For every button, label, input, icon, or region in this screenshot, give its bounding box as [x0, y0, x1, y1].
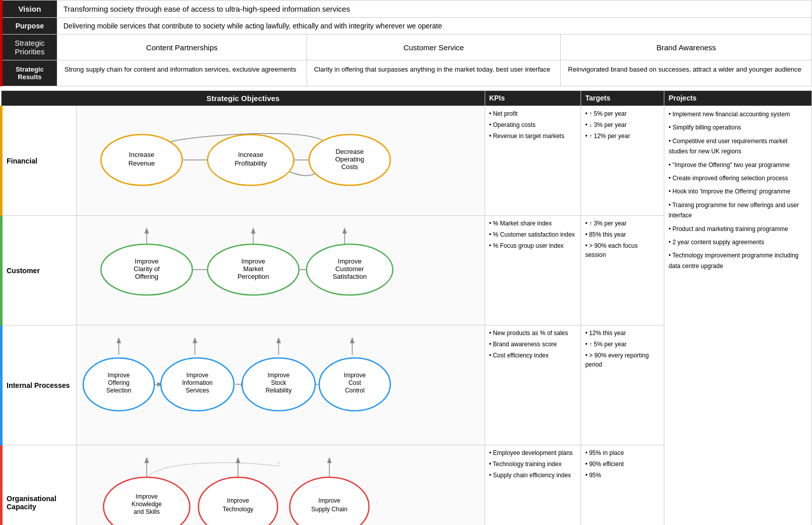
priority-3: Brand Awareness [561, 35, 812, 60]
svg-text:Improve: Improve [134, 257, 158, 265]
result-2: Clarity in offering that surpasses anyth… [307, 60, 561, 86]
priority-2: Customer Service [307, 35, 561, 60]
svg-text:Market: Market [243, 265, 263, 273]
purpose-label: Purpose [2, 18, 57, 35]
svg-text:Improve: Improve [267, 372, 290, 379]
svg-text:Improve: Improve [227, 497, 249, 504]
svg-text:Improve: Improve [318, 497, 341, 504]
svg-text:Satisfaction: Satisfaction [332, 273, 366, 280]
financial-map: Increase Revenue Increase Profitability … [81, 109, 395, 211]
purpose-text: Delivering mobile services that contribu… [57, 18, 812, 35]
svg-text:Services: Services [186, 387, 209, 394]
priority-1: Content Partnerships [57, 35, 307, 60]
svg-text:Profitability: Profitability [234, 159, 267, 167]
svg-text:Customer: Customer [335, 265, 364, 273]
internal-map: Improve Offering Selection Improve Infor… [81, 329, 395, 440]
org-map: Improve Knowledge and Skills Improve Tec… [81, 448, 395, 525]
financial-targets: • ↑ 5% per year • ↓ 3% per year • ↑ 12% … [581, 106, 664, 216]
header-projects: Projects [664, 91, 812, 106]
main-table: Strategic Objectives KPIs Targets Projec… [0, 90, 812, 525]
svg-text:Increase: Increase [129, 151, 154, 158]
svg-text:Improve: Improve [344, 372, 366, 379]
svg-text:Cost: Cost [349, 379, 361, 386]
internal-objectives: Improve Offering Selection Improve Infor… [76, 325, 485, 445]
customer-label: Customer [2, 216, 77, 325]
internal-kpis: • New products as % of sales • Brand awa… [485, 325, 581, 445]
financial-kpis: • Net profit • Operating costs • Revenue… [485, 106, 581, 216]
svg-text:Knowledge: Knowledge [131, 501, 162, 508]
svg-text:Selection: Selection [106, 387, 131, 394]
svg-text:Offering: Offering [108, 379, 129, 386]
svg-text:Improve: Improve [108, 372, 130, 379]
svg-text:Supply Chain: Supply Chain [311, 506, 347, 513]
svg-text:Decrease: Decrease [335, 148, 364, 155]
svg-text:Improve: Improve [136, 493, 158, 500]
svg-text:Reliability: Reliability [265, 387, 291, 394]
svg-text:Perception: Perception [238, 273, 269, 280]
header-targets: Targets [581, 91, 664, 106]
org-targets: • 95% in place • 90% efficient • 95% [581, 445, 664, 526]
svg-text:Clarity of: Clarity of [133, 265, 160, 273]
internal-label: Internal Processes [2, 325, 77, 445]
svg-text:Improve: Improve [337, 257, 361, 265]
financial-objectives: Increase Revenue Increase Profitability … [76, 106, 485, 216]
svg-text:Increase: Increase [238, 151, 263, 158]
header-objectives: Strategic Objectives [2, 91, 485, 106]
financial-projects: • Implement new financial accounting sys… [664, 106, 812, 526]
org-kpis: • Employee development plans • Technolog… [485, 445, 581, 526]
header-kpis: KPIs [485, 91, 581, 106]
svg-text:Improve: Improve [186, 372, 209, 379]
result-3: Reinvigorated brand based on successes, … [561, 60, 812, 86]
customer-kpis: • % Market share index • % Customer sati… [485, 216, 581, 325]
svg-text:Improve: Improve [241, 257, 265, 265]
org-objectives: Improve Knowledge and Skills Improve Tec… [76, 445, 485, 526]
financial-label: Financial [2, 106, 77, 216]
top-table: Vision Transforming society through ease… [0, 0, 812, 86]
vision-label: Vision [2, 1, 57, 18]
customer-map: Improve Clarity of Offering Improve Mark… [81, 219, 395, 320]
internal-targets: • 12% this year • ↑ 5% per year • > 90% … [581, 325, 664, 445]
svg-text:Operating: Operating [335, 155, 364, 163]
svg-text:and Skills: and Skills [133, 508, 159, 515]
results-label: Strategic Results [2, 60, 57, 86]
result-1: Strong supply chain for content and info… [57, 60, 307, 86]
svg-text:Revenue: Revenue [128, 159, 155, 167]
org-label: Organisational Capacity [2, 445, 77, 526]
svg-text:Costs: Costs [341, 163, 358, 171]
svg-text:Control: Control [345, 387, 365, 394]
customer-objectives: Improve Clarity of Offering Improve Mark… [76, 216, 485, 325]
svg-text:Stock: Stock [271, 379, 287, 386]
svg-text:Information: Information [182, 379, 213, 386]
priorities-label: Strategic Priorities [2, 35, 57, 60]
svg-text:Technology: Technology [223, 506, 254, 513]
customer-targets: • ↑ 3% per year • 85% this year • > 90% … [581, 216, 664, 325]
vision-text: Transforming society through ease of acc… [57, 1, 812, 18]
svg-text:Offering: Offering [135, 273, 158, 280]
